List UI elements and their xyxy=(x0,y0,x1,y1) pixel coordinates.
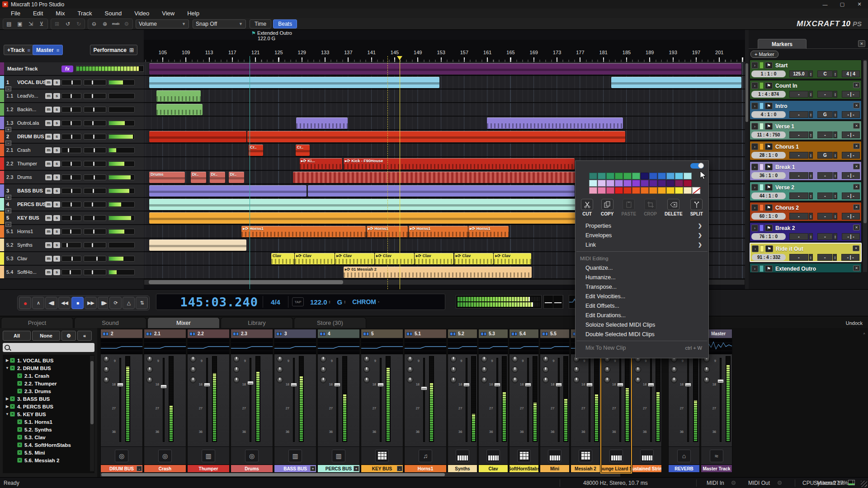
tab-library[interactable]: Library xyxy=(221,317,293,328)
tempo-spinner[interactable]: ▲▼ xyxy=(809,91,813,98)
strip-name-label[interactable]: Synths xyxy=(448,465,477,472)
tree-checkbox[interactable]: ✕ xyxy=(17,442,22,447)
marker-card-ride-it-out[interactable]: ›⚑Ride it Out✕91 : 4 : 332-▲▼-▲▼- | - xyxy=(750,243,862,262)
marker-flag-icon[interactable]: ⚑ xyxy=(765,143,773,150)
strip-expand-button[interactable]: - xyxy=(137,466,142,471)
pan-slider[interactable] xyxy=(61,107,81,113)
volume-slider[interactable] xyxy=(84,93,106,99)
strip-expand-button[interactable]: - xyxy=(397,466,402,471)
add-marker-button[interactable]: + Marker xyxy=(750,51,778,58)
marker-flag-icon[interactable]: ⚑ xyxy=(765,62,773,69)
tempo-spinner[interactable]: ▲▼ xyxy=(809,111,813,118)
strip-name-label[interactable]: Sustained String xyxy=(632,465,661,472)
pan-slider[interactable] xyxy=(61,202,81,207)
volume-slider[interactable] xyxy=(84,147,106,153)
marker-tempo[interactable]: - xyxy=(789,131,808,138)
strip-name-label[interactable]: Messiah 2 xyxy=(571,465,600,472)
track-row-5.1[interactable]: 5.1Horns1ms xyxy=(0,225,144,239)
color-swatch[interactable] xyxy=(598,180,606,187)
tree-arrow-icon[interactable]: ▶ xyxy=(5,397,10,401)
strip-name-label[interactable]: Mini xyxy=(540,465,569,472)
knob[interactable] xyxy=(103,377,109,383)
minimize-button[interactable]: — xyxy=(816,0,834,9)
tab-sound[interactable]: Sound xyxy=(74,317,146,328)
mixer-strip-4[interactable]: 49182736▥PERCS BUS+ xyxy=(317,329,360,473)
key-spinner[interactable]: ▲▼ xyxy=(833,192,837,199)
fast-forward-button[interactable]: ▶▶ xyxy=(85,297,97,309)
marker-tempo[interactable]: 125.0 xyxy=(789,70,808,77)
color-swatch[interactable] xyxy=(632,180,640,187)
solo-button[interactable]: s xyxy=(53,120,60,126)
track-row-2[interactable]: 2DRUM BUSms- xyxy=(0,130,144,144)
marker-time[interactable]: 60 : 1 : 0 xyxy=(751,213,786,220)
solo-button[interactable]: s xyxy=(53,174,60,180)
color-swatch[interactable] xyxy=(606,180,614,187)
menu-item-transpose-[interactable]: Transpose... xyxy=(576,282,708,291)
markers-tab[interactable]: Markers xyxy=(758,39,807,49)
fader-handle[interactable] xyxy=(117,383,124,387)
color-swatch[interactable] xyxy=(658,187,666,194)
instrument-icon[interactable] xyxy=(375,450,389,462)
clip-Clav[interactable]: Clav xyxy=(271,253,294,264)
color-swatch[interactable] xyxy=(623,180,632,187)
marker-card-break-2[interactable]: ›⚑Break 2✕76 : 1 : 0-▲▼-▲▼- | - xyxy=(750,222,862,242)
volume-slider[interactable] xyxy=(84,188,106,194)
mixer-scroll-up-arrow[interactable]: ˄ xyxy=(862,332,867,336)
solo-button[interactable]: s xyxy=(53,202,60,207)
fader-handle[interactable] xyxy=(204,383,211,387)
marker-key[interactable]: - xyxy=(817,233,833,240)
instrument-icon[interactable] xyxy=(517,450,531,462)
strip-eq-display[interactable] xyxy=(540,338,569,354)
menu-item-edit-offsets-[interactable]: Edit Offsets... xyxy=(576,301,708,310)
fader-handle[interactable] xyxy=(334,383,341,387)
marker-key[interactable]: - xyxy=(817,131,833,138)
marker-tempo[interactable]: - xyxy=(789,213,808,220)
scrollbar-thumb[interactable] xyxy=(863,61,867,223)
mixer-strip-2.1[interactable]: 2.19182736◎Crash xyxy=(144,329,186,473)
menu-item-double-selected-midi-clips[interactable]: Double Selected MIDI Clips xyxy=(576,329,708,339)
eq-thumbnail-icon[interactable] xyxy=(406,332,413,336)
loop-button[interactable]: ⟳ xyxy=(109,297,122,309)
color-swatch[interactable] xyxy=(666,180,675,187)
pan-slider[interactable] xyxy=(61,242,81,248)
volume-slider[interactable] xyxy=(84,80,106,85)
pan-slider[interactable] xyxy=(61,229,81,235)
marker-time[interactable]: 91 : 4 : 332 xyxy=(752,254,786,261)
performance-button[interactable]: Performance ⊞ xyxy=(90,45,137,55)
track-row-4[interactable]: 4PERCS BUSms+ xyxy=(0,198,144,211)
toolbar-button-⊻[interactable]: ⊻ xyxy=(36,19,47,28)
strip-eq-display[interactable] xyxy=(448,338,477,354)
eq-thumbnail-icon[interactable] xyxy=(511,332,518,336)
menu-item-edit-velocities-[interactable]: Edit Velocities... xyxy=(576,291,708,301)
marker-key[interactable]: - xyxy=(817,254,833,261)
strip-name-label[interactable]: BASS BUS+ xyxy=(274,465,316,472)
clip[interactable] xyxy=(149,185,307,197)
marker-card-chorus-2[interactable]: ›⚑Chorus 2✕60 : 1 : 0-▲▼-▲▼- | - xyxy=(750,202,862,221)
color-swatch[interactable] xyxy=(641,173,649,179)
key-spinner[interactable]: ▲▼ xyxy=(833,213,837,220)
strip-eq-display[interactable] xyxy=(361,338,403,354)
marker-expand-button[interactable]: › xyxy=(751,103,758,109)
maximize-button[interactable]: ▢ xyxy=(834,0,851,9)
instrument-icon[interactable] xyxy=(640,450,654,462)
marker-expand-button[interactable]: › xyxy=(751,82,758,89)
time-display[interactable]: 145:03.240 xyxy=(156,295,263,309)
eq-thumbnail-icon[interactable] xyxy=(102,332,109,336)
volume-slider[interactable] xyxy=(84,107,106,113)
knob[interactable] xyxy=(671,366,677,373)
color-swatch[interactable] xyxy=(598,173,606,179)
expand-collapse-button[interactable]: + xyxy=(5,195,11,200)
markers-scrollbar[interactable] xyxy=(863,60,867,272)
knob[interactable] xyxy=(635,377,641,383)
mute-button[interactable]: m xyxy=(45,147,52,153)
toolbar-button-⊕[interactable]: ⊕ xyxy=(99,19,110,28)
solo-button[interactable]: s xyxy=(53,242,60,248)
mixer-strip-5.4[interactable]: 5.49182736SoftHornStabs xyxy=(509,329,539,473)
undock-button[interactable]: Undock xyxy=(846,320,863,328)
tree-item-4-PERCS-BUS[interactable]: ▶✕4. PERCS BUS xyxy=(3,403,94,410)
mixer-strip-5.2[interactable]: 5.29182736Synths xyxy=(448,329,477,473)
mute-button[interactable]: m xyxy=(45,269,52,275)
fader-handle[interactable] xyxy=(717,379,724,383)
clip--Kick-F90House[interactable]: ▸⟳ Kick - F90House xyxy=(344,158,575,169)
tempo-spinner[interactable]: ▲▼ xyxy=(809,233,813,240)
